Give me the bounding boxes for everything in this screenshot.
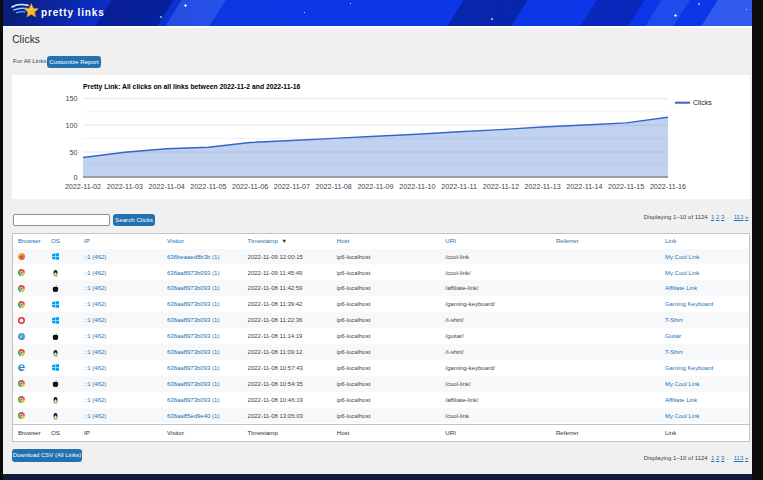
svg-text:2022-11-03: 2022-11-03 xyxy=(107,182,143,191)
svg-text:2022-11-13: 2022-11-13 xyxy=(524,182,560,191)
svg-text:0: 0 xyxy=(74,173,78,182)
svg-text:2022-11-11: 2022-11-11 xyxy=(441,182,477,191)
svg-text:50: 50 xyxy=(70,148,78,157)
svg-text:2022-11-07: 2022-11-07 xyxy=(274,182,310,191)
svg-text:2022-11-14: 2022-11-14 xyxy=(566,182,602,191)
svg-text:pretty links: pretty links xyxy=(41,7,105,18)
svg-text:2022-11-16: 2022-11-16 xyxy=(650,182,686,191)
svg-text:2022-11-10: 2022-11-10 xyxy=(399,182,435,191)
svg-text:2022-11-12: 2022-11-12 xyxy=(483,182,519,191)
svg-text:100: 100 xyxy=(66,121,78,130)
svg-text:Pretty Link: All clicks on all: Pretty Link: All clicks on all links bet… xyxy=(83,83,301,91)
svg-text:2022-11-06: 2022-11-06 xyxy=(232,182,268,191)
svg-text:2022-11-15: 2022-11-15 xyxy=(608,182,644,191)
svg-text:2022-11-05: 2022-11-05 xyxy=(190,182,226,191)
svg-text:2022-11-04: 2022-11-04 xyxy=(148,182,184,191)
svg-text:2022-11-08: 2022-11-08 xyxy=(316,182,352,191)
svg-text:2022-11-02: 2022-11-02 xyxy=(65,182,101,191)
svg-text:150: 150 xyxy=(66,95,78,104)
svg-text:Clicks: Clicks xyxy=(693,100,712,107)
svg-text:2022-11-09: 2022-11-09 xyxy=(357,182,393,191)
